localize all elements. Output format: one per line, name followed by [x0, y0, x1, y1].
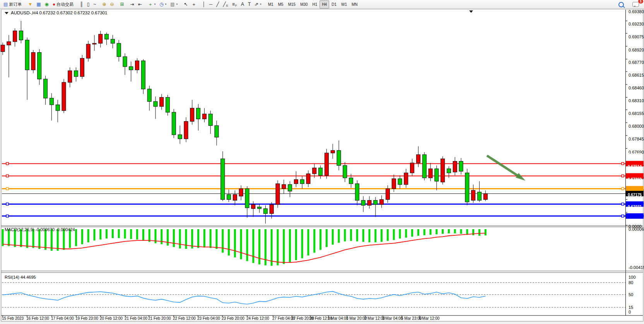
- text-label-button[interactable]: T: [246, 0, 253, 9]
- pivot-line-handle[interactable]: [6, 187, 9, 190]
- window-bottom-strip: [0, 322, 644, 324]
- resistance-line-2-handle[interactable]: [622, 175, 624, 177]
- zoom-out-button[interactable]: ⊖: [108, 0, 116, 9]
- support-line-2-price-tag-label: 0.67031: [628, 205, 642, 209]
- periods-button[interactable]: ◷▾: [157, 0, 168, 9]
- candle: [62, 79, 66, 113]
- candle-body: [367, 201, 371, 206]
- time-tick-label: 20 Feb 12:00: [100, 316, 123, 321]
- autotrading-button[interactable]: ●自动交易: [51, 0, 75, 9]
- tile-windows-button[interactable]: ⊞: [118, 0, 126, 9]
- price-tick-label: 0.68310: [629, 98, 644, 103]
- candle-body: [62, 82, 66, 111]
- resistance-line-1-handle[interactable]: [622, 163, 624, 165]
- time-tick-label: 21 Feb 04:00: [125, 316, 147, 321]
- vertical-line-icon: │: [202, 2, 205, 7]
- timeframe-m15[interactable]: M15: [286, 0, 298, 9]
- crosshair-icon: ＋: [191, 2, 196, 7]
- candle-body: [343, 165, 347, 178]
- candle-body: [135, 61, 139, 70]
- fibonacci-button[interactable]: ≡F: [230, 0, 239, 9]
- timeframe-m30[interactable]: M30: [298, 0, 310, 9]
- pivot-line-price-tag-label: 0.67360: [628, 177, 642, 182]
- resistance-line-2-handle[interactable]: [6, 175, 9, 177]
- text-label-icon: T: [248, 2, 251, 7]
- zoom-out-icon: ⊖: [110, 2, 114, 7]
- search-button[interactable]: [617, 0, 626, 9]
- funnel-button[interactable]: ▼: [26, 0, 34, 9]
- cursor-button[interactable]: ↖: [182, 0, 190, 9]
- candle-body: [392, 179, 396, 189]
- rsi-label: RSI(14) 44.4695: [5, 275, 36, 279]
- timeframe-d1[interactable]: D1: [329, 0, 339, 9]
- timeframe-m1[interactable]: M1: [266, 0, 276, 9]
- candle-body: [282, 185, 286, 189]
- candle-body: [319, 168, 323, 175]
- text-button[interactable]: A: [239, 0, 246, 9]
- horizontal-line-icon: ─: [209, 2, 213, 7]
- pivot-line-handle[interactable]: [622, 187, 624, 190]
- candle-body: [123, 57, 127, 67]
- candle-body: [251, 204, 255, 209]
- timeframe-h1[interactable]: H1: [310, 0, 320, 9]
- vertical-line-button[interactable]: │: [200, 0, 207, 9]
- crosshair-button[interactable]: ＋: [190, 0, 198, 9]
- candlestick-button[interactable]: ▯: [85, 0, 92, 9]
- support-line-1-handle[interactable]: [6, 203, 9, 205]
- indicators-button[interactable]: ＋▾: [146, 0, 158, 9]
- alerts-button[interactable]: 1: [630, 0, 641, 9]
- text-icon: A: [241, 2, 244, 7]
- time-tick-label: 21 Feb 20:00: [148, 316, 171, 321]
- bar-chart-icon: ║: [80, 2, 83, 7]
- signals-button[interactable]: ◉: [43, 0, 51, 9]
- trendline-button[interactable]: ╱: [214, 0, 221, 9]
- candle-body: [227, 194, 231, 199]
- templates-button[interactable]: ▨▾: [168, 0, 179, 9]
- timeframe-h4[interactable]: H4: [319, 0, 329, 9]
- support-line-2-handle[interactable]: [622, 215, 624, 217]
- time-tick-label: 23 Feb 04:00: [197, 316, 220, 321]
- zoom-in-button[interactable]: ⊕: [100, 0, 108, 9]
- equidistant-channel-button[interactable]: ╱E: [221, 0, 230, 9]
- candle-body: [355, 184, 359, 201]
- candle: [465, 169, 469, 205]
- support-line-1-price-tag-label: 0.67175: [628, 193, 642, 197]
- price-tick-label: 0.68000: [629, 124, 644, 129]
- candle-body: [276, 184, 280, 205]
- candle-body: [147, 89, 151, 101]
- candle-body: [349, 178, 353, 184]
- candle-body: [313, 168, 316, 174]
- chart-canvas[interactable]: 0.693800.692300.690750.689200.687700.686…: [0, 9, 644, 324]
- candle: [141, 59, 145, 94]
- bar-chart-button[interactable]: ║: [78, 0, 85, 9]
- macd-axis-label: -0.004159: [629, 265, 644, 270]
- candle-body: [435, 169, 439, 181]
- dropdown-caret-icon: ▾: [176, 3, 178, 6]
- price-tick-label: 0.69075: [629, 34, 644, 39]
- cursor-icon: ↖: [184, 2, 188, 7]
- horizontal-line-button[interactable]: ─: [207, 0, 215, 9]
- candle-body: [1, 45, 5, 51]
- market-watch-button[interactable]: ▦: [34, 0, 43, 9]
- fibonacci-icon: ≡: [232, 2, 235, 7]
- timeframe-mn[interactable]: MN: [349, 0, 360, 9]
- price-tick-label: 0.68770: [629, 60, 644, 65]
- chart-shift-button[interactable]: ⇤: [136, 0, 144, 9]
- candle-body: [441, 159, 445, 182]
- periods-icon: ◷: [159, 2, 163, 7]
- resistance-line-1-handle[interactable]: [6, 163, 9, 165]
- auto-scroll-button[interactable]: ⇥: [128, 0, 136, 9]
- tile-windows-icon: ⊞: [120, 2, 124, 7]
- new-order-button[interactable]: ▤新订单: [2, 0, 24, 9]
- candle-body: [270, 204, 273, 214]
- current-price-line-price-tag-label: 0.67301: [628, 182, 642, 187]
- chart-title: AUDUSD-,H4 0.67232 0.67302 0.67232 0.673…: [11, 10, 107, 15]
- timeframe-m5[interactable]: M5: [276, 0, 286, 9]
- price-tick-label: 0.68155: [629, 111, 644, 116]
- arrows-button[interactable]: ⇗▾: [253, 0, 263, 9]
- line-chart-button[interactable]: ~: [91, 0, 98, 9]
- support-line-1-handle[interactable]: [622, 203, 624, 205]
- arrows-icon: ⇗: [255, 2, 258, 7]
- timeframe-w1[interactable]: W1: [339, 0, 349, 9]
- support-line-2-handle[interactable]: [6, 215, 9, 217]
